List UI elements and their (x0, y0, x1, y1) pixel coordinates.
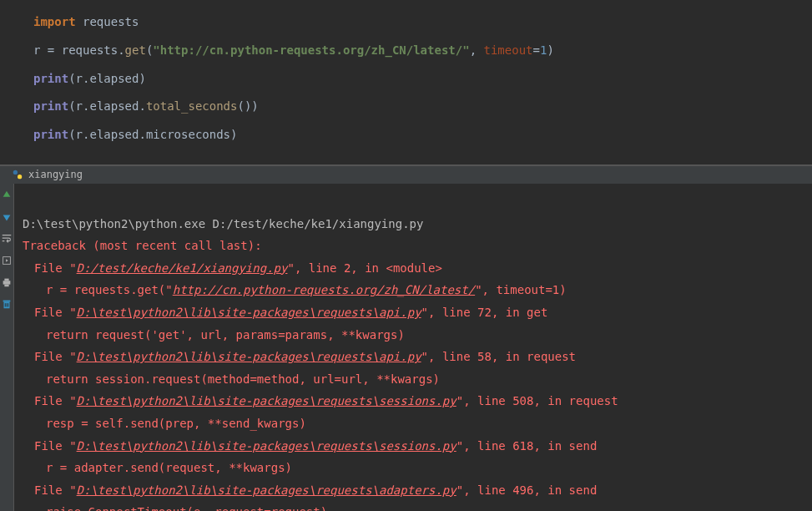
print-fn: print (33, 99, 68, 113)
module-name: requests (76, 15, 139, 28)
paren-open: ( (68, 128, 75, 141)
code-line-4: print(r.elapsed.total_seconds()) (33, 93, 812, 121)
paren-close: ()) (237, 99, 258, 113)
tab-label: xiangying (28, 169, 83, 180)
svg-rect-3 (3, 281, 11, 284)
console-line-exec: D:\test\python2\python.exe D:/test/keche… (23, 217, 423, 230)
comma: , (470, 43, 484, 57)
code-context: return session.request(method=method, ur… (23, 368, 440, 391)
code-line-5: print(r.elapsed.microseconds) (33, 121, 812, 149)
file-prefix: File " (34, 350, 77, 363)
paren-open: ( (68, 99, 75, 113)
wrap-text-icon[interactable] (0, 232, 13, 245)
code-line-3: print(r.elapsed) (33, 65, 812, 94)
print-fn: print (33, 128, 68, 141)
code-context: r = adapter.send(request, **kwargs) (23, 457, 292, 479)
method: total_seconds (146, 99, 238, 113)
file-suffix: ", line 58, in request (421, 350, 576, 363)
file-suffix: ", line 618, in send (456, 439, 598, 453)
file-prefix: File " (34, 394, 77, 407)
keyword-import: import (33, 15, 76, 28)
param-timeout: timeout (483, 43, 532, 57)
code-context-end: ", timeout=1) (475, 283, 567, 296)
python-file-icon (12, 169, 23, 180)
file-link[interactable]: D:\test\python2\lib\site-packages\reques… (77, 439, 456, 453)
paren-close: ) (139, 72, 145, 85)
svg-point-0 (13, 170, 18, 175)
paren-close: ) (547, 43, 553, 57)
file-link[interactable]: D:\test\python2\lib\site-packages\reques… (77, 394, 456, 407)
console-panel: D:\test\python2\python.exe D:/test/keche… (0, 184, 812, 511)
svg-rect-7 (3, 301, 11, 302)
arg: r.elapsed (76, 72, 139, 85)
code-context: r = requests.get(" (46, 283, 173, 296)
url-link[interactable]: http://cn.python-requests.org/zh_CN/late… (173, 283, 475, 296)
file-link[interactable]: D:\test\python2\lib\site-packages\reques… (77, 306, 421, 319)
arg: r.elapsed. (76, 99, 146, 113)
console-output[interactable]: D:\test\python2\python.exe D:/test/keche… (14, 184, 812, 511)
file-link[interactable]: D:\test\python2\lib\site-packages\reques… (77, 483, 456, 497)
assign-op: = (40, 43, 61, 57)
file-suffix: ", line 508, in request (456, 394, 618, 407)
object: requests. (62, 43, 125, 57)
svg-rect-4 (4, 279, 8, 281)
print-fn: print (33, 72, 68, 85)
paren-close: ) (230, 128, 237, 141)
file-prefix: File " (34, 483, 77, 497)
eq: = (533, 43, 540, 57)
code-line-2: r = requests.get("http://cn.python-reque… (33, 37, 812, 65)
down-arrow-icon[interactable] (0, 210, 13, 224)
up-arrow-icon[interactable] (0, 189, 13, 202)
export-icon[interactable] (0, 254, 13, 267)
run-tab-bar: xiangying (0, 165, 812, 184)
arg: r.elapsed.microseconds (76, 128, 230, 141)
method: get (125, 43, 146, 57)
file-link[interactable]: D:/test/keche/ke1/xiangying.py (77, 261, 288, 275)
file-prefix: File " (34, 261, 77, 275)
url-string: "http://cn.python-requests.org/zh_CN/lat… (153, 43, 469, 57)
file-prefix: File " (34, 439, 77, 453)
code-editor[interactable]: import requests r = requests.get("http:/… (0, 0, 812, 165)
code-line-1: import requests (33, 8, 812, 37)
code-context: resp = self.send(prep, **send_kwargs) (23, 412, 306, 435)
run-tab[interactable]: xiangying (3, 167, 91, 182)
console-gutter (0, 184, 14, 511)
svg-point-1 (18, 175, 22, 179)
code-context: raise ConnectTimeout(e, request=request) (23, 501, 327, 511)
paren-open: ( (68, 72, 75, 85)
code-context: return request('get', url, params=params… (23, 324, 405, 347)
file-prefix: File " (34, 306, 77, 319)
print-icon[interactable] (0, 276, 13, 289)
file-link[interactable]: D:\test\python2\lib\site-packages\reques… (77, 350, 421, 363)
traceback-header: Traceback (most recent call last): (23, 239, 262, 252)
trash-icon[interactable] (0, 297, 13, 311)
file-suffix: ", line 72, in get (421, 306, 548, 319)
file-suffix: ", line 496, in send (456, 483, 598, 497)
file-suffix: ", line 2, in <module> (287, 261, 441, 275)
svg-rect-5 (4, 285, 8, 287)
